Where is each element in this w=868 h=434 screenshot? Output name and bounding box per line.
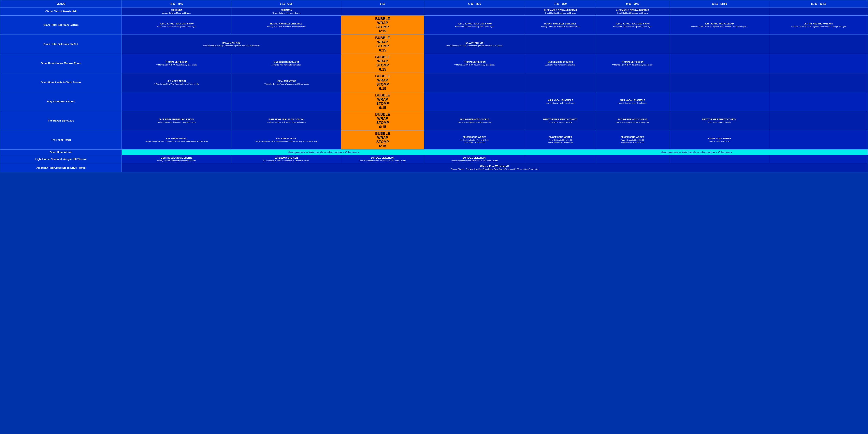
data-cell: LORENZO DICKERSONDocumentary of African-…	[424, 155, 525, 163]
data-cell: THOMAS JEFFERSON"AMERICAN SPHINX" Revolu…	[596, 54, 669, 73]
data-cell	[669, 73, 769, 92]
data-cell	[424, 7, 525, 16]
data-cell	[669, 7, 769, 16]
data-cell: MOSAIC HANDBELL ENSEMBLEHoliday Music wi…	[231, 16, 341, 34]
data-cell: Albemarle Pipes and DrumsGreat Highland …	[596, 7, 669, 16]
table-row: Omni Hotel Ballroom SMALLBALLON ARTISTSF…	[0, 34, 868, 54]
data-cell	[769, 54, 868, 73]
data-cell: BUBBLEWRAPSTOMP6:15	[341, 130, 424, 149]
data-cell: BUBBLEWRAPSTOMP6:15	[341, 92, 424, 111]
table-row: Omni Hotel James Monroe RoomTHOMAS JEFFE…	[0, 54, 868, 73]
empty-cell	[525, 34, 596, 54]
venue-cell: Light House Studio at Vinegar Hill Theat…	[0, 155, 122, 163]
data-cell: MOSAIC HANDBELL ENSEMBLEHoliday Music wi…	[525, 16, 596, 34]
data-cell: LIGHT HOUSE STUDIO SHORTSLocally Created…	[122, 155, 231, 163]
data-cell: SINGER SONG WRITERAnna O'Brien 8:00 unti…	[525, 130, 596, 149]
data-cell: THOMAS JEFFERSON"AMERICAN SPHINX" Revolu…	[424, 54, 525, 73]
header-t5: 7:45 - 8:30	[525, 0, 596, 7]
data-cell: KAT SOMERS MUSICSinger Songwriter with C…	[122, 130, 231, 149]
data-cell: BALLON ARTISTSFrom Dinosaurs to Dogs, Sw…	[122, 34, 341, 54]
data-cell	[424, 92, 525, 111]
header-t2: 5:15 - 6:00	[231, 0, 341, 7]
data-cell	[122, 92, 231, 111]
venue-cell: The Front Porch	[0, 130, 122, 149]
venue-cell: Omni Hotel Atrium	[0, 149, 122, 155]
venue-cell: American Red Cross Blood Drive - Omni	[0, 163, 122, 172]
venue-cell: Omni Hotel Ballroom SMALL	[0, 34, 122, 54]
data-cell: BUBBLEWRAPSTOMP6:15	[341, 54, 424, 73]
data-cell: KAT SOMERS MUSICSinger Songwriter with C…	[231, 130, 341, 149]
venue-cell: Christ Church Meade Hall	[0, 7, 122, 16]
data-cell	[596, 73, 669, 92]
data-cell: SKYLINE HARMONY CHORUSWomens A Cappella …	[424, 111, 525, 130]
data-cell: JESSE JOYNER JUGGLING SHOWHumor and Audi…	[122, 16, 231, 34]
data-cell	[525, 73, 596, 92]
data-cell: MIRA VOCAL ENSEMBLENowell Sing We Both A…	[596, 92, 669, 111]
data-cell: JEN TAL and the HUZBANDSoul and Funk Fus…	[669, 16, 769, 34]
data-cell	[669, 54, 769, 73]
data-cell: MIRA VOCAL ENSEMBLENowell Sing We Both A…	[525, 92, 596, 111]
data-cell: LEE ALTER ARTISTA Wish for the New Year–…	[122, 73, 231, 92]
data-cell: SINGER SONG WRITERScott T 10:00 until 10…	[669, 130, 769, 149]
data-cell: CHIHAMBAAfrican Cultures Music and Dance	[122, 7, 231, 16]
free-wristband-cell: Want a Free Wristband?Donate Blood to Th…	[122, 163, 868, 172]
venue-cell: Omni Hotel James Monroe Room	[0, 54, 122, 73]
data-cell	[525, 155, 596, 163]
data-cell: LORENZO DICKERSONDocumentary of African-…	[341, 155, 424, 163]
data-cell: JEN TAL and the HUZBANDSoul and Funk Fus…	[769, 16, 868, 34]
data-cell	[669, 155, 769, 163]
data-cell	[669, 92, 769, 111]
data-cell	[769, 92, 868, 111]
data-cell: BUBBLEWRAPSTOMP6:15	[341, 73, 424, 92]
venue-cell: Holy Comforter Church	[0, 92, 122, 111]
data-cell	[596, 155, 669, 163]
data-cell	[341, 7, 424, 16]
venue-cell: Omni Hotel Lewis & Clark Rooms	[0, 73, 122, 92]
table-row: The Front PorchKAT SOMERS MUSICSinger So…	[0, 130, 868, 149]
data-cell: BENT THEATRE IMPROV COMEDYShort Form Imp…	[525, 111, 596, 130]
empty-cell	[769, 34, 868, 54]
data-cell: SINGER SONG WRITERMichael McConkey 7:00 …	[424, 130, 525, 149]
data-cell: SINGER SONG WRITERAaron Evans 9:00 until…	[596, 130, 669, 149]
data-cell: JESSE JOYNER JUGGLING SHOWHumor and Audi…	[596, 16, 669, 34]
data-cell: LEE ALTER ARTISTA Wish for the New Year–…	[231, 73, 341, 92]
header-t7: 10:15 - 11:00	[669, 0, 769, 7]
header-t8: 11:30 - 12:15	[769, 0, 868, 7]
data-cell: CHIHAMBAAfrican Cultures Music and Dance	[231, 7, 341, 16]
table-row: Omni Hotel Lewis & Clark RoomsLEE ALTER …	[0, 73, 868, 92]
data-cell: BUBBLEWRAPSTOMP6:15	[341, 16, 424, 34]
data-cell: JESSE JOYNER JUGGLING SHOWHumor and Audi…	[424, 16, 525, 34]
data-cell: LORENZO DICKERSONDocumentary of African-…	[231, 155, 341, 163]
data-cell: SKYLINE HARMONY CHORUSWomens A Cappella …	[596, 111, 669, 130]
data-cell	[769, 130, 868, 149]
table-row: Light House Studio at Vinegar Hill Theat…	[0, 155, 868, 163]
empty-cell	[669, 34, 769, 54]
data-cell	[769, 73, 868, 92]
table-row: The Haven SanctuaryBLUE RIDGE IRISH MUSI…	[0, 111, 868, 130]
table-row: Omni Hotel Ballroom LARGEJESSE JOYNER JU…	[0, 16, 868, 34]
data-cell	[231, 92, 341, 111]
table-row: American Red Cross Blood Drive - OmniWan…	[0, 163, 868, 172]
header-t1: 4:00 - 4:45	[122, 0, 231, 7]
data-cell: THOMAS JEFFERSON"AMERICAN SPHINX" Revolu…	[122, 54, 231, 73]
venue-cell: The Haven Sanctuary	[0, 111, 122, 130]
table-row: Holy Comforter ChurchBUBBLEWRAPSTOMP6:15…	[0, 92, 868, 111]
data-cell: BUBBLEWRAPSTOMP6:15	[341, 111, 424, 130]
venue-cell: Omni Hotel Ballroom LARGE	[0, 16, 122, 34]
schedule-table: VENUE 4:00 - 4:45 5:15 - 6:00 6:15 6:30 …	[0, 0, 868, 173]
data-cell: BENT THEATRE IMPROV COMEDYShort Form Imp…	[669, 111, 769, 130]
empty-cell	[596, 34, 669, 54]
data-cell: Lincoln's BodyguardAuthentic First Perso…	[231, 54, 341, 73]
table-row: Christ Church Meade HallCHIHAMBAAfrican …	[0, 7, 868, 16]
data-cell: Albemarle Pipes and DrumsGreat Highland …	[525, 7, 596, 16]
data-cell	[769, 7, 868, 16]
data-cell: BLUE RIDGE IRISH MUSIC SCHOOLStudents Pe…	[122, 111, 231, 130]
table-row: Omni Hotel AtriumHeadquarters – Wristban…	[0, 149, 868, 155]
data-cell: BLUE RIDGE IRISH MUSIC SCHOOLStudents Pe…	[231, 111, 341, 130]
header-venue: VENUE	[0, 0, 122, 7]
hq-cell-2: Headquarters – Wristbands – Information …	[525, 149, 868, 155]
data-cell	[769, 111, 868, 130]
header-t3: 6:15	[341, 0, 424, 7]
data-cell	[769, 155, 868, 163]
data-cell	[424, 73, 525, 92]
